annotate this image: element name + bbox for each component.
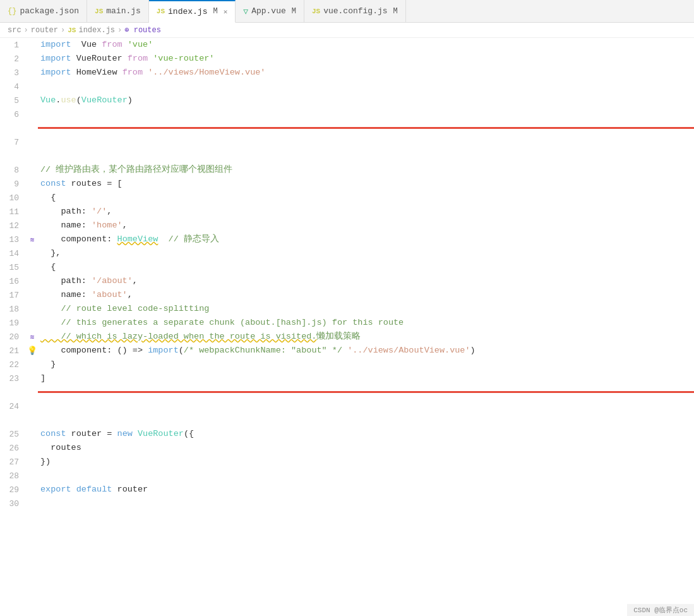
line-number: 18 bbox=[0, 302, 27, 316]
line-gutter bbox=[27, 483, 38, 497]
code-line-6: 6 bbox=[0, 107, 694, 121]
line-gutter bbox=[27, 107, 38, 121]
code-editor: 1 import Vue from 'vue' 2 import VueRout… bbox=[0, 38, 694, 523]
code-line-14: 14 }, bbox=[0, 246, 694, 260]
breadcrumb-sep3: › bbox=[117, 26, 122, 35]
line-content bbox=[38, 80, 694, 94]
line-gutter bbox=[27, 205, 38, 219]
code-line-3: 3 import HomeView from '../views/HomeVie… bbox=[0, 66, 694, 80]
tab-package-json[interactable]: {} package.json bbox=[0, 0, 87, 23]
code-line-9: 9 const routes = [ bbox=[0, 177, 694, 191]
tab-vue-config-js[interactable]: JS vue.config.js M bbox=[304, 0, 406, 23]
js-icon: JS bbox=[157, 8, 165, 15]
line-gutter bbox=[27, 455, 38, 469]
js-icon: JS bbox=[95, 8, 103, 15]
line-content: }, bbox=[38, 246, 694, 260]
line-number: 17 bbox=[0, 288, 27, 302]
code-line-13: 13 ≋ component: HomeView // 静态导入 bbox=[0, 233, 694, 246]
line-number: 11 bbox=[0, 205, 27, 219]
tab-modified-indicator: M bbox=[393, 7, 398, 16]
code-line-21: 21 💡 component: () => import(/* webpackC… bbox=[0, 344, 694, 358]
tab-app-vue[interactable]: ▽ App.vue M bbox=[236, 0, 304, 23]
line-content: const router = new VueRouter({ bbox=[38, 427, 694, 441]
line-content: name: 'home', bbox=[38, 219, 694, 233]
tab-main-js[interactable]: JS main.js bbox=[87, 0, 149, 23]
line-gutter bbox=[27, 80, 38, 94]
line-number: 29 bbox=[0, 483, 27, 497]
tab-modified-indicator: M bbox=[213, 7, 217, 16]
code-line-12: 12 name: 'home', bbox=[0, 219, 694, 233]
line-content: path: '/', bbox=[38, 205, 694, 219]
code-line-23: 23 ] bbox=[0, 371, 694, 385]
breadcrumb-js-icon: JS bbox=[68, 27, 76, 34]
line-gutter bbox=[27, 94, 38, 107]
line-number: 30 bbox=[0, 497, 27, 510]
code-line-29: 29 export default router bbox=[0, 483, 694, 497]
breadcrumb-index-js: index.js bbox=[78, 26, 115, 35]
code-line-20: 20 ≋ // which is lazy-loaded when the ro… bbox=[0, 330, 694, 344]
line-content: } bbox=[38, 358, 694, 371]
vue-icon: ▽ bbox=[243, 6, 248, 16]
code-line-18: 18 // route level code-splitting bbox=[0, 302, 694, 316]
line-number: 5 bbox=[0, 94, 27, 107]
tab-index-js[interactable]: JS index.js M ✕ bbox=[149, 0, 236, 23]
code-line-11: 11 path: '/', bbox=[0, 205, 694, 219]
tab-label: vue.config.js bbox=[323, 6, 387, 16]
line-number: 23 bbox=[0, 371, 27, 385]
line-number: 1 bbox=[0, 38, 27, 52]
line-content: name: 'about', bbox=[38, 288, 694, 302]
line-gutter bbox=[27, 302, 38, 316]
line-content: const routes = [ bbox=[38, 177, 694, 191]
code-line-26: 26 routes bbox=[0, 441, 694, 455]
tab-bar: {} package.json JS main.js JS index.js M… bbox=[0, 0, 694, 23]
line-gutter: ≋ bbox=[27, 330, 38, 344]
json-icon: {} bbox=[8, 7, 16, 16]
code-line-27: 27 }) bbox=[0, 455, 694, 469]
tab-modified-indicator: M bbox=[292, 7, 296, 16]
line-content bbox=[38, 107, 694, 121]
line-number: 2 bbox=[0, 52, 27, 66]
code-line-4: 4 bbox=[0, 80, 694, 94]
line-gutter bbox=[27, 219, 38, 233]
line-gutter bbox=[27, 66, 38, 80]
line-content bbox=[38, 497, 694, 510]
line-number: 20 bbox=[0, 330, 27, 344]
line-gutter bbox=[27, 288, 38, 302]
code-line-1: 1 import Vue from 'vue' bbox=[0, 38, 694, 52]
line-gutter bbox=[27, 371, 38, 385]
line-gutter bbox=[27, 246, 38, 260]
line-gutter bbox=[27, 441, 38, 455]
line-content bbox=[38, 121, 694, 163]
line-number: 15 bbox=[0, 260, 27, 274]
line-gutter bbox=[27, 52, 38, 66]
line-gutter: ≋ bbox=[27, 233, 38, 246]
code-line-5: 5 Vue.use(VueRouter) bbox=[0, 94, 694, 107]
code-line-8: 8 // 维护路由表，某个路由路径对应哪个视图组件 bbox=[0, 163, 694, 177]
line-content: ] bbox=[38, 371, 694, 385]
line-number: 27 bbox=[0, 455, 27, 469]
line-content: { bbox=[38, 260, 694, 274]
code-line-15: 15 { bbox=[0, 260, 694, 274]
tab-close-button[interactable]: ✕ bbox=[224, 8, 228, 16]
line-gutter bbox=[27, 191, 38, 205]
line-content bbox=[38, 385, 694, 427]
line-number: 26 bbox=[0, 441, 27, 455]
line-content: Vue.use(VueRouter) bbox=[38, 94, 694, 107]
tab-label: App.vue bbox=[251, 6, 286, 16]
line-content: component: HomeView // 静态导入 bbox=[38, 233, 694, 246]
line-number: 4 bbox=[0, 80, 27, 94]
code-line-17: 17 name: 'about', bbox=[0, 288, 694, 302]
line-gutter bbox=[27, 274, 38, 288]
line-number: 3 bbox=[0, 66, 27, 80]
tab-label: package.json bbox=[20, 6, 79, 16]
line-content: }) bbox=[38, 455, 694, 469]
line-gutter bbox=[27, 38, 38, 52]
tab-label: main.js bbox=[106, 6, 141, 16]
line-number: 14 bbox=[0, 246, 27, 260]
line-number: 19 bbox=[0, 316, 27, 330]
line-number: 28 bbox=[0, 469, 27, 483]
line-gutter bbox=[27, 163, 38, 177]
line-content bbox=[38, 469, 694, 483]
line-gutter bbox=[27, 316, 38, 330]
line-content: import HomeView from '../views/HomeView.… bbox=[38, 66, 694, 80]
